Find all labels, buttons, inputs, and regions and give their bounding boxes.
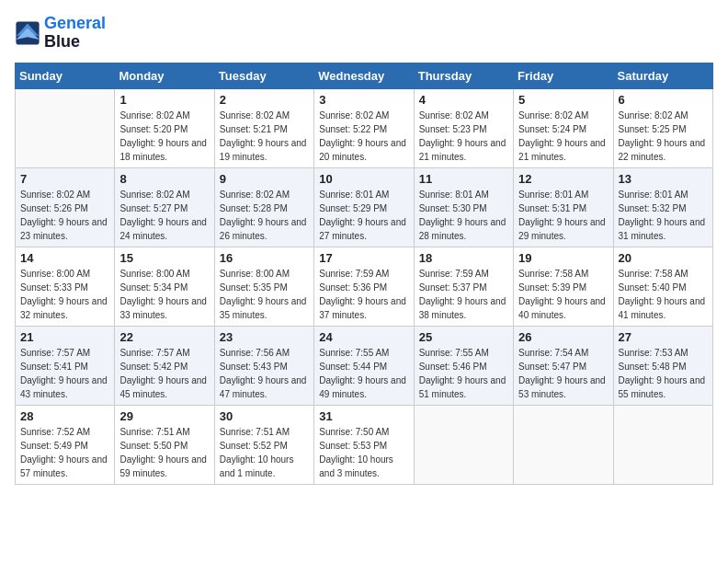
day-cell: 11Sunrise: 8:01 AMSunset: 5:30 PMDayligh… <box>414 167 513 247</box>
logo-icon <box>15 20 40 46</box>
col-header-thursday: Thursday <box>414 63 513 88</box>
day-cell: 7Sunrise: 8:02 AMSunset: 5:26 PMDaylight… <box>16 167 115 247</box>
day-detail: Sunrise: 7:57 AMSunset: 5:42 PMDaylight:… <box>119 346 209 401</box>
day-number: 27 <box>619 330 708 344</box>
col-header-saturday: Saturday <box>613 63 712 88</box>
day-number: 1 <box>119 93 209 107</box>
day-detail: Sunrise: 7:51 AMSunset: 5:52 PMDaylight:… <box>220 425 309 480</box>
week-row-4: 21Sunrise: 7:57 AMSunset: 5:41 PMDayligh… <box>16 326 713 405</box>
day-cell: 8Sunrise: 8:02 AMSunset: 5:27 PMDaylight… <box>115 167 214 247</box>
day-cell <box>16 88 115 167</box>
header-row: SundayMondayTuesdayWednesdayThursdayFrid… <box>16 63 713 88</box>
day-cell: 29Sunrise: 7:51 AMSunset: 5:50 PMDayligh… <box>115 405 214 484</box>
col-header-friday: Friday <box>514 63 613 88</box>
logo: GeneralBlue <box>15 15 106 52</box>
day-number: 16 <box>220 251 309 265</box>
col-header-monday: Monday <box>115 63 214 88</box>
day-detail: Sunrise: 7:53 AMSunset: 5:48 PMDaylight:… <box>619 346 708 401</box>
day-detail: Sunrise: 8:02 AMSunset: 5:27 PMDaylight:… <box>119 188 209 243</box>
day-number: 29 <box>119 409 209 423</box>
day-number: 7 <box>20 172 109 186</box>
day-number: 2 <box>220 93 309 107</box>
day-number: 8 <box>119 172 209 186</box>
day-detail: Sunrise: 8:00 AMSunset: 5:35 PMDaylight:… <box>220 267 309 322</box>
day-cell: 6Sunrise: 8:02 AMSunset: 5:25 PMDaylight… <box>613 88 712 167</box>
day-detail: Sunrise: 8:00 AMSunset: 5:34 PMDaylight:… <box>119 267 209 322</box>
day-cell: 28Sunrise: 7:52 AMSunset: 5:49 PMDayligh… <box>16 405 115 484</box>
logo-text: GeneralBlue <box>44 15 106 52</box>
day-detail: Sunrise: 7:55 AMSunset: 5:44 PMDaylight:… <box>319 346 408 401</box>
day-detail: Sunrise: 8:01 AMSunset: 5:29 PMDaylight:… <box>319 188 408 243</box>
day-number: 19 <box>518 251 608 265</box>
week-row-2: 7Sunrise: 8:02 AMSunset: 5:26 PMDaylight… <box>16 167 713 247</box>
col-header-tuesday: Tuesday <box>214 63 313 88</box>
day-detail: Sunrise: 7:58 AMSunset: 5:40 PMDaylight:… <box>619 267 708 322</box>
day-cell: 1Sunrise: 8:02 AMSunset: 5:20 PMDaylight… <box>115 88 214 167</box>
day-detail: Sunrise: 8:01 AMSunset: 5:32 PMDaylight:… <box>619 188 708 243</box>
day-number: 14 <box>20 251 109 265</box>
day-cell: 19Sunrise: 7:58 AMSunset: 5:39 PMDayligh… <box>514 247 613 326</box>
day-cell: 25Sunrise: 7:55 AMSunset: 5:46 PMDayligh… <box>414 326 513 405</box>
day-number: 26 <box>518 330 608 344</box>
week-row-1: 1Sunrise: 8:02 AMSunset: 5:20 PMDaylight… <box>16 88 713 167</box>
day-cell: 20Sunrise: 7:58 AMSunset: 5:40 PMDayligh… <box>613 247 712 326</box>
day-number: 31 <box>319 409 408 423</box>
day-detail: Sunrise: 8:01 AMSunset: 5:31 PMDaylight:… <box>518 188 608 243</box>
day-detail: Sunrise: 8:02 AMSunset: 5:28 PMDaylight:… <box>220 188 309 243</box>
day-number: 6 <box>619 93 708 107</box>
day-cell: 13Sunrise: 8:01 AMSunset: 5:32 PMDayligh… <box>613 167 712 247</box>
day-detail: Sunrise: 7:59 AMSunset: 5:37 PMDaylight:… <box>419 267 508 322</box>
day-number: 23 <box>220 330 309 344</box>
day-detail: Sunrise: 8:02 AMSunset: 5:24 PMDaylight:… <box>518 109 608 164</box>
day-number: 15 <box>119 251 209 265</box>
day-cell: 21Sunrise: 7:57 AMSunset: 5:41 PMDayligh… <box>16 326 115 405</box>
day-number: 25 <box>419 330 508 344</box>
day-number: 24 <box>319 330 408 344</box>
day-detail: Sunrise: 8:02 AMSunset: 5:23 PMDaylight:… <box>419 109 508 164</box>
day-detail: Sunrise: 7:59 AMSunset: 5:36 PMDaylight:… <box>319 267 408 322</box>
day-cell <box>613 405 712 484</box>
day-cell: 4Sunrise: 8:02 AMSunset: 5:23 PMDaylight… <box>414 88 513 167</box>
day-detail: Sunrise: 7:58 AMSunset: 5:39 PMDaylight:… <box>518 267 608 322</box>
day-cell: 23Sunrise: 7:56 AMSunset: 5:43 PMDayligh… <box>214 326 313 405</box>
day-cell <box>414 405 513 484</box>
day-cell: 15Sunrise: 8:00 AMSunset: 5:34 PMDayligh… <box>115 247 214 326</box>
day-detail: Sunrise: 7:55 AMSunset: 5:46 PMDaylight:… <box>419 346 508 401</box>
day-cell: 22Sunrise: 7:57 AMSunset: 5:42 PMDayligh… <box>115 326 214 405</box>
day-number: 9 <box>220 172 309 186</box>
logo-name: GeneralBlue <box>44 15 106 52</box>
day-detail: Sunrise: 8:02 AMSunset: 5:20 PMDaylight:… <box>119 109 209 164</box>
day-number: 13 <box>619 172 708 186</box>
day-detail: Sunrise: 7:52 AMSunset: 5:49 PMDaylight:… <box>20 425 109 480</box>
week-row-3: 14Sunrise: 8:00 AMSunset: 5:33 PMDayligh… <box>16 247 713 326</box>
day-number: 4 <box>419 93 508 107</box>
day-detail: Sunrise: 7:54 AMSunset: 5:47 PMDaylight:… <box>518 346 608 401</box>
day-cell: 12Sunrise: 8:01 AMSunset: 5:31 PMDayligh… <box>514 167 613 247</box>
day-cell <box>514 405 613 484</box>
day-number: 5 <box>518 93 608 107</box>
day-detail: Sunrise: 8:02 AMSunset: 5:25 PMDaylight:… <box>619 109 708 164</box>
day-number: 10 <box>319 172 408 186</box>
day-cell: 26Sunrise: 7:54 AMSunset: 5:47 PMDayligh… <box>514 326 613 405</box>
day-cell: 18Sunrise: 7:59 AMSunset: 5:37 PMDayligh… <box>414 247 513 326</box>
week-row-5: 28Sunrise: 7:52 AMSunset: 5:49 PMDayligh… <box>16 405 713 484</box>
day-detail: Sunrise: 8:01 AMSunset: 5:30 PMDaylight:… <box>419 188 508 243</box>
day-cell: 17Sunrise: 7:59 AMSunset: 5:36 PMDayligh… <box>314 247 414 326</box>
day-number: 22 <box>119 330 209 344</box>
calendar-table: SundayMondayTuesdayWednesdayThursdayFrid… <box>15 63 713 485</box>
day-number: 21 <box>20 330 109 344</box>
day-cell: 9Sunrise: 8:02 AMSunset: 5:28 PMDaylight… <box>214 167 313 247</box>
day-detail: Sunrise: 8:02 AMSunset: 5:22 PMDaylight:… <box>319 109 408 164</box>
col-header-sunday: Sunday <box>16 63 115 88</box>
day-detail: Sunrise: 8:00 AMSunset: 5:33 PMDaylight:… <box>20 267 109 322</box>
day-cell: 24Sunrise: 7:55 AMSunset: 5:44 PMDayligh… <box>314 326 414 405</box>
day-cell: 27Sunrise: 7:53 AMSunset: 5:48 PMDayligh… <box>613 326 712 405</box>
col-header-wednesday: Wednesday <box>314 63 414 88</box>
day-detail: Sunrise: 7:50 AMSunset: 5:53 PMDaylight:… <box>319 425 408 480</box>
day-number: 18 <box>419 251 508 265</box>
day-number: 30 <box>220 409 309 423</box>
day-number: 11 <box>419 172 508 186</box>
day-number: 28 <box>20 409 109 423</box>
page-header: GeneralBlue <box>15 15 713 52</box>
day-cell: 31Sunrise: 7:50 AMSunset: 5:53 PMDayligh… <box>314 405 414 484</box>
